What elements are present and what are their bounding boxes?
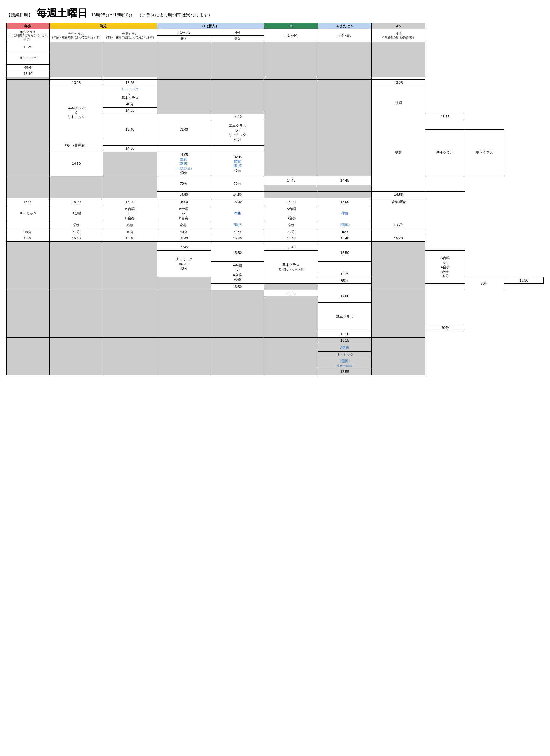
cell-as-1325: 13:25 bbox=[372, 79, 425, 86]
cell-as-135min: 135分 bbox=[372, 221, 425, 229]
cell-as-ongaku bbox=[372, 206, 425, 221]
cell-b3-blank1 bbox=[264, 42, 318, 77]
cell-b1-blank8 bbox=[157, 277, 211, 290]
cell-b2-70min: 70分 bbox=[211, 176, 264, 192]
cell-as2-1445: 14:45 bbox=[318, 176, 372, 185]
sub-nensho: 年少クラス （下記時間のどちらかに分かれます） bbox=[7, 29, 50, 42]
cell-nenchuu-hisshuu: 必修 bbox=[49, 221, 103, 229]
cell-b2-blank1 bbox=[211, 42, 264, 77]
cell-gap1-b1 bbox=[157, 77, 211, 79]
cell-nenchou-ritomikku-text: リトミックor基本クラス bbox=[103, 86, 157, 101]
schedule-table: 年少 幼児 B（新入） B A または S AS 年少クラス （下記時間のどちら… bbox=[6, 23, 544, 375]
cell-gap1-nensho bbox=[7, 77, 50, 79]
cell-gap1-as bbox=[372, 77, 425, 79]
cat-nensho: 年少 bbox=[7, 23, 50, 29]
cat-as: AS bbox=[372, 23, 425, 29]
cell-b2-1550: 15:50 bbox=[211, 244, 264, 262]
cell-b3-70min: 70分 bbox=[465, 277, 504, 290]
sub-b1: 小1〜小3 bbox=[157, 29, 211, 36]
cell-nenchuu-kihon: 基本クラス&リトミック bbox=[49, 86, 103, 139]
cell-as2-sakkyoku: 作曲 bbox=[318, 206, 372, 221]
cell-as-blank1 bbox=[372, 42, 425, 77]
cell-gap3-b1 bbox=[157, 242, 211, 244]
row-1815: 18:15 bbox=[7, 338, 544, 344]
cell-nenchou-blank2 bbox=[103, 152, 157, 176]
cell-nenchou-hisshuu: 必修 bbox=[103, 221, 157, 229]
cell-b1-kihon: 基本クラス bbox=[425, 129, 465, 176]
cell-b1-70min: 70分 bbox=[157, 176, 211, 192]
cell-as2-blank1 bbox=[318, 42, 372, 77]
cell-nensho-1500: 15:00 bbox=[7, 198, 50, 206]
cell-b1-ritomikku2: リトミック（年3回）40分 bbox=[157, 251, 211, 277]
cell-as-1355: 13:55 bbox=[425, 114, 465, 120]
cell-b2-sentaku: 〈選択〉 bbox=[211, 221, 264, 229]
cell-nenchou-40min-a: 40分 bbox=[103, 101, 157, 107]
cell-as-blank9 bbox=[372, 290, 425, 338]
cell-as2-ritomikku3: リトミック bbox=[318, 352, 372, 358]
cell-b2-agasshou: A合唱orA合奏必修 bbox=[211, 262, 264, 284]
cell-as2-1405: 14:05鑑賞〈選択〉40分 bbox=[211, 152, 264, 176]
cell-gap3-nensho bbox=[7, 242, 50, 290]
cell-b3-hisshuu: 必修 bbox=[264, 221, 318, 229]
cell-nenchuu-1450: 14:50 bbox=[49, 152, 103, 176]
cell-b1-40min2: 40分 bbox=[157, 229, 211, 235]
cat-youji: 幼児 bbox=[49, 23, 157, 29]
cell-as2-70min: 70分 bbox=[425, 325, 465, 331]
cell-as-blank7 bbox=[372, 229, 425, 235]
cell-as-shishou: 視唱 bbox=[372, 86, 425, 120]
row-1500-content: リトミック B合唱 B合唱orB合奏 B合唱orB合奏 作曲 B合唱orB合奏 … bbox=[7, 206, 544, 221]
cell-as2-1810: 18:10 bbox=[318, 331, 372, 338]
cell-nensho-40: 40分 bbox=[7, 64, 50, 71]
cell-b2-sakkyoku: 作曲 bbox=[211, 206, 264, 221]
cell-as2-blank4 bbox=[318, 192, 372, 198]
cell-b3-blank10b bbox=[264, 338, 318, 375]
cell-as-1500: 音楽理論 bbox=[372, 198, 425, 206]
cell-as2-1325 bbox=[318, 79, 372, 176]
cell-b1-blank9 bbox=[157, 290, 211, 338]
subheader-row1: 年少クラス （下記時間のどちらかに分かれます） 年中クラス （年齢・在籍年数によ… bbox=[7, 29, 544, 36]
row-hisshuu: 必修 必修 必修 〈選択〉 必修 〈選択〉 135分 bbox=[7, 221, 544, 229]
cell-as2-gap bbox=[318, 185, 372, 192]
row-gap1 bbox=[7, 77, 544, 79]
cell-as2-kihon3: 基本クラス bbox=[318, 303, 372, 331]
row-1655: 16:55 17:00 bbox=[7, 290, 544, 296]
cell-nensho-40min2: 40分 bbox=[7, 229, 50, 235]
cell-gap1-nenchou bbox=[103, 77, 157, 79]
cell-as2-40min2: 40分 bbox=[318, 229, 372, 235]
cell-as-1540: 15:40 bbox=[372, 235, 425, 242]
cell-b2-40min2: 40分 bbox=[211, 229, 264, 235]
cell-b3-blank10 bbox=[264, 296, 318, 338]
cell-gap3-as2 bbox=[318, 242, 372, 244]
cell-as2-agasshou: A合唱orA合奏必修60分 bbox=[425, 251, 465, 284]
row-1230: 12:30 bbox=[7, 42, 544, 52]
cell-b1-1450: 14:50 bbox=[157, 192, 211, 198]
cell-b3-gap bbox=[264, 185, 318, 192]
sub-b2: 小4 bbox=[211, 29, 264, 36]
cell-nenchuu-blank10 bbox=[49, 338, 103, 375]
cell-as2-1550: 15:50 bbox=[318, 244, 372, 262]
cell-as2-asentaku: A選択 bbox=[318, 344, 372, 352]
category-header-row: 年少 幼児 B（新入） B A または S AS bbox=[7, 23, 544, 29]
cell-nenchou-blank1 bbox=[103, 42, 157, 77]
cell-as-blank10 bbox=[372, 338, 425, 375]
cell-nenchuu-bgasshou: B合唱 bbox=[49, 206, 103, 221]
cell-gap1-nenchuu bbox=[49, 77, 103, 79]
cat-a-s: A または S bbox=[318, 23, 372, 29]
row-1540: 15:40 15:40 15:40 15:40 15:40 15:40 15:4… bbox=[7, 235, 544, 242]
cell-gap3-nenchou bbox=[103, 242, 157, 290]
cell-b1-1340: 13:40 bbox=[103, 114, 157, 145]
cell-nenchou-1410: 14:10 bbox=[211, 114, 264, 120]
cell-b2-1500: 15:00 bbox=[211, 198, 264, 206]
cell-nenchou-1405a: 14:05 bbox=[103, 107, 157, 114]
sub-as-grade: 中3 ※希望者のみ（受験対応） bbox=[372, 29, 425, 42]
cell-as2-1855: 18:55 bbox=[318, 369, 372, 375]
cell-nensho-blank10 bbox=[7, 338, 50, 375]
cell-b2-1325 bbox=[211, 79, 264, 114]
cell-b3-1655: 16:55 bbox=[264, 290, 318, 296]
cell-nenchuu-1325: 13:25 bbox=[49, 79, 103, 86]
cell-gap1-b2 bbox=[211, 77, 264, 79]
cell-b2-kihon: 基本クラス bbox=[465, 129, 504, 176]
cell-nenchou-1325: 13:25 bbox=[103, 79, 157, 86]
sub-nenchuu: 年中クラス （年齢・在籍年数によって分かれます） bbox=[49, 29, 103, 42]
cell-nensho-ritomikku2: リトミック bbox=[7, 206, 50, 221]
